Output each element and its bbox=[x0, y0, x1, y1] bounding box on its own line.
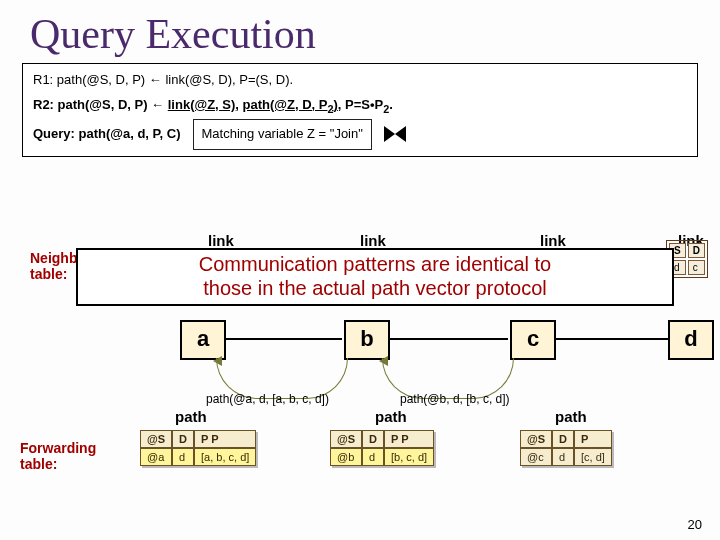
fwd-c-c1: @c bbox=[520, 448, 552, 466]
fwd-c-c3: [c, d] bbox=[574, 448, 612, 466]
r2-comma: , bbox=[235, 97, 242, 112]
mini-c2: c bbox=[688, 260, 705, 275]
link-hdr-2: link bbox=[360, 232, 386, 249]
edge-cd bbox=[552, 338, 668, 340]
rule-r2: R2: path(@S, D, P) ← link(@Z, S), path(@… bbox=[33, 93, 687, 119]
fwd-a-h2: D bbox=[172, 430, 194, 448]
overlay-banner: Communication patterns are identical to … bbox=[76, 248, 674, 306]
rule-r1: R1: path(@S, D, P) ← link(@S, D), P=(S, … bbox=[33, 68, 687, 93]
fwd-b-h3: P P bbox=[384, 430, 434, 448]
path-msg-b: path(@b, d, [b, c, d]) bbox=[400, 392, 510, 406]
fwd-c-h3: P bbox=[574, 430, 612, 448]
fwd-table-c: @S D P @c d [c, d] bbox=[520, 430, 612, 466]
link-hdr-1: link bbox=[208, 232, 234, 249]
fwd-a-c1: @a bbox=[140, 448, 172, 466]
fwd-a-c3: [a, b, c, d] bbox=[194, 448, 256, 466]
path-hdr-2: path bbox=[375, 408, 407, 425]
path-hdr-1: path bbox=[175, 408, 207, 425]
page-number: 20 bbox=[688, 517, 702, 532]
r2-tail: , P=S•P2. bbox=[338, 97, 393, 112]
join-icon bbox=[384, 126, 406, 142]
edge-bc bbox=[388, 338, 508, 340]
query-label: Query: path(@a, d, P, C) bbox=[33, 122, 181, 147]
node-d: d bbox=[668, 320, 714, 360]
fwd-a-c2: d bbox=[172, 448, 194, 466]
fwd-c-h2: D bbox=[552, 430, 574, 448]
path-msg-a: path(@a, d, [a, b, c, d]) bbox=[206, 392, 329, 406]
r2-prefix: R2: path(@S, D, P) ← bbox=[33, 97, 168, 112]
fwd-c-c2: d bbox=[552, 448, 574, 466]
fwd-b-c1: @b bbox=[330, 448, 362, 466]
query-row: Query: path(@a, d, P, C) Matching variab… bbox=[33, 119, 687, 150]
fwd-table-b: @S D P P @b d [b, c, d] bbox=[330, 430, 434, 466]
r2-path: path(@Z, D, P2) bbox=[243, 97, 338, 112]
fwd-a-h1: @S bbox=[140, 430, 172, 448]
overlay-l1: Communication patterns are identical to bbox=[199, 253, 551, 275]
match-box: Matching variable Z = "Join" bbox=[193, 119, 372, 150]
neighbor-l2: table: bbox=[30, 266, 67, 282]
fwd-table-a: @S D P P @a d [a, b, c, d] bbox=[140, 430, 256, 466]
fwd-b-c2: d bbox=[362, 448, 384, 466]
node-b: b bbox=[344, 320, 390, 360]
path-hdr-3: path bbox=[555, 408, 587, 425]
fwd-a-h3: P P bbox=[194, 430, 256, 448]
fwd-b-c3: [b, c, d] bbox=[384, 448, 434, 466]
forwarding-table-label: Forwarding table: bbox=[20, 440, 96, 472]
link-hdr-3: link bbox=[540, 232, 566, 249]
rules-box: R1: path(@S, D, P) ← link(@S, D), P=(S, … bbox=[22, 63, 698, 157]
fwd-b-h1: @S bbox=[330, 430, 362, 448]
r2-link: link(@Z, S) bbox=[168, 97, 236, 112]
node-c: c bbox=[510, 320, 556, 360]
overlay-l2: those in the actual path vector protocol bbox=[203, 277, 547, 299]
node-a: a bbox=[180, 320, 226, 360]
edge-ab bbox=[222, 338, 342, 340]
fwd-c-h1: @S bbox=[520, 430, 552, 448]
mini-h2: D bbox=[688, 243, 705, 258]
fwd-l2: table: bbox=[20, 456, 57, 472]
slide-title: Query Execution bbox=[0, 0, 720, 63]
fwd-b-h2: D bbox=[362, 430, 384, 448]
fwd-l1: Forwarding bbox=[20, 440, 96, 456]
